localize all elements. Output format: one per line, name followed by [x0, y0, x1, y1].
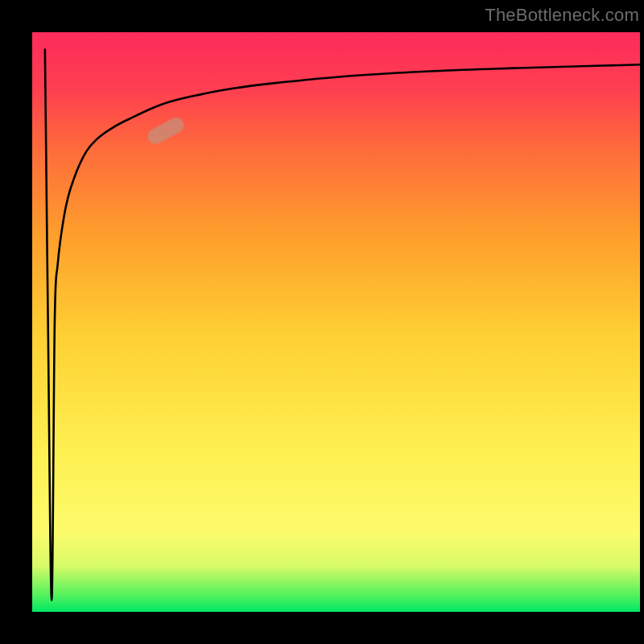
curve-layer	[32, 32, 640, 612]
plot-area	[32, 32, 640, 612]
dip-curve	[45, 50, 640, 601]
watermark-text: TheBottleneck.com	[485, 5, 639, 26]
chart-container: TheBottleneck.com	[0, 0, 644, 644]
